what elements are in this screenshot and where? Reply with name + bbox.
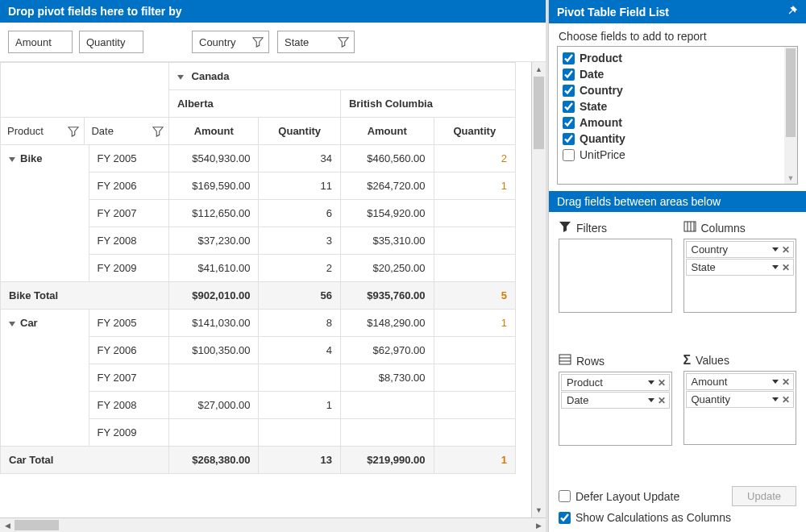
value-cell[interactable]: 2 bbox=[434, 145, 515, 172]
value-cell[interactable]: 11 bbox=[259, 172, 340, 200]
area-item-country[interactable]: Country✕ bbox=[686, 241, 795, 258]
date-cell[interactable]: FY 2006 bbox=[89, 172, 168, 200]
chevron-down-icon[interactable] bbox=[648, 380, 654, 384]
value-cell[interactable]: 6 bbox=[259, 200, 340, 227]
remove-icon[interactable]: ✕ bbox=[782, 244, 790, 256]
value-cell[interactable]: $540,930.00 bbox=[168, 145, 259, 172]
value-cell[interactable] bbox=[434, 255, 515, 282]
filter-drop-header[interactable]: Drop pivot fields here to filter by bbox=[0, 0, 546, 23]
value-cell[interactable]: $112,650.00 bbox=[168, 200, 259, 227]
value-cell[interactable] bbox=[259, 364, 340, 392]
value-cell[interactable]: 4 bbox=[259, 337, 340, 364]
value-cell[interactable] bbox=[340, 419, 434, 447]
scroll-down-arrow[interactable]: ▼ bbox=[784, 172, 797, 184]
area-item-quantity[interactable]: Quantity✕ bbox=[686, 391, 795, 408]
value-cell[interactable]: $264,720.00 bbox=[340, 172, 434, 200]
area-item-date[interactable]: Date✕ bbox=[561, 392, 670, 409]
value-cell[interactable]: $154,920.00 bbox=[340, 200, 434, 227]
value-field-amount[interactable]: Amount bbox=[8, 31, 73, 53]
row-field-date[interactable]: Date bbox=[85, 117, 168, 144]
filter-icon[interactable] bbox=[68, 126, 79, 137]
value-cell[interactable]: 5 bbox=[434, 282, 515, 310]
date-cell[interactable]: FY 2005 bbox=[89, 145, 168, 172]
state-header-british-columbia[interactable]: British Columbia bbox=[340, 90, 515, 118]
row-field-product[interactable]: Product bbox=[1, 117, 85, 144]
update-button[interactable]: Update bbox=[732, 486, 796, 506]
value-cell[interactable]: $148,290.00 bbox=[340, 310, 434, 337]
date-cell[interactable]: FY 2008 bbox=[89, 392, 168, 419]
value-cell[interactable]: $27,000.00 bbox=[168, 392, 259, 419]
value-cell[interactable] bbox=[434, 392, 515, 419]
date-cell[interactable]: FY 2009 bbox=[89, 255, 168, 282]
filters-dropzone[interactable] bbox=[559, 239, 672, 313]
date-cell[interactable]: FY 2007 bbox=[89, 200, 168, 227]
value-cell[interactable]: $62,970.00 bbox=[340, 337, 434, 364]
value-cell[interactable] bbox=[434, 227, 515, 255]
field-checkbox-product[interactable]: Product bbox=[561, 50, 794, 66]
chevron-down-icon[interactable] bbox=[772, 380, 779, 384]
chevron-down-icon[interactable] bbox=[177, 75, 184, 80]
state-header-alberta[interactable]: Alberta bbox=[168, 90, 340, 118]
value-cell[interactable]: $169,590.00 bbox=[168, 172, 259, 200]
horizontal-scrollbar[interactable]: ◀ ▶ bbox=[0, 517, 546, 532]
value-cell[interactable]: 2 bbox=[259, 255, 340, 282]
value-cell[interactable] bbox=[434, 419, 515, 447]
filter-icon[interactable] bbox=[252, 36, 264, 48]
filter-icon[interactable] bbox=[152, 126, 164, 137]
date-cell[interactable]: FY 2007 bbox=[89, 364, 168, 392]
value-cell[interactable]: 1 bbox=[434, 447, 515, 474]
value-cell[interactable]: $35,310.00 bbox=[340, 227, 434, 255]
field-checkbox-unitprice[interactable]: UnitPrice bbox=[561, 147, 794, 163]
remove-icon[interactable]: ✕ bbox=[658, 377, 666, 389]
value-cell[interactable]: $141,030.00 bbox=[168, 310, 259, 337]
value-cell[interactable]: 1 bbox=[434, 172, 515, 200]
field-checkbox-quantity[interactable]: Quantity bbox=[561, 131, 794, 147]
value-cell[interactable]: $935,760.00 bbox=[340, 282, 434, 310]
scroll-left-arrow[interactable]: ◀ bbox=[0, 518, 15, 532]
date-cell[interactable]: FY 2009 bbox=[89, 419, 168, 447]
column-field-state[interactable]: State bbox=[277, 31, 355, 53]
value-cell[interactable]: $219,990.00 bbox=[340, 447, 434, 474]
value-cell[interactable]: $20,250.00 bbox=[340, 255, 434, 282]
chevron-down-icon[interactable] bbox=[9, 322, 15, 326]
chevron-down-icon[interactable] bbox=[772, 265, 779, 269]
country-header[interactable]: Canada bbox=[168, 63, 515, 90]
value-cell[interactable] bbox=[434, 364, 515, 392]
scroll-right-arrow[interactable]: ▶ bbox=[531, 518, 546, 532]
defer-layout-checkbox[interactable]: Defer Layout Update bbox=[559, 490, 679, 503]
field-checkbox-amount[interactable]: Amount bbox=[561, 114, 794, 131]
rows-dropzone[interactable]: Product✕Date✕ bbox=[559, 372, 672, 446]
value-cell[interactable]: $41,610.00 bbox=[168, 255, 259, 282]
scroll-down-arrow[interactable]: ▼ bbox=[532, 503, 546, 517]
value-cell[interactable]: 56 bbox=[259, 282, 340, 310]
value-cell[interactable] bbox=[434, 337, 515, 364]
fieldlist-scrollbar[interactable]: ▼ bbox=[784, 47, 797, 184]
values-dropzone[interactable]: Amount✕Quantity✕ bbox=[683, 371, 797, 445]
chevron-down-icon[interactable] bbox=[9, 157, 15, 162]
vertical-scrollbar[interactable]: ▲ ▼ bbox=[531, 62, 546, 517]
value-cell[interactable]: 1 bbox=[434, 310, 515, 337]
value-cell[interactable] bbox=[434, 200, 515, 227]
pin-icon[interactable] bbox=[787, 5, 798, 19]
area-item-amount[interactable]: Amount✕ bbox=[686, 373, 795, 390]
field-checkbox-state[interactable]: State bbox=[561, 98, 794, 114]
value-cell[interactable]: $902,010.00 bbox=[168, 282, 259, 310]
value-cell[interactable]: $8,730.00 bbox=[340, 364, 434, 392]
product-cell[interactable]: Bike bbox=[1, 145, 89, 282]
date-cell[interactable]: FY 2008 bbox=[89, 227, 168, 255]
value-cell[interactable] bbox=[168, 419, 259, 447]
field-checkbox-country[interactable]: Country bbox=[561, 82, 794, 98]
value-cell[interactable]: 3 bbox=[259, 227, 340, 255]
value-cell[interactable] bbox=[168, 364, 259, 392]
columns-dropzone[interactable]: Country✕State✕ bbox=[683, 239, 797, 313]
scroll-thumb[interactable] bbox=[786, 48, 796, 137]
value-cell[interactable]: $268,380.00 bbox=[168, 447, 259, 474]
field-checkbox-date[interactable]: Date bbox=[561, 66, 794, 82]
scroll-thumb[interactable] bbox=[534, 77, 544, 149]
chevron-down-icon[interactable] bbox=[772, 397, 779, 401]
remove-icon[interactable]: ✕ bbox=[782, 376, 790, 388]
value-cell[interactable]: $100,350.00 bbox=[168, 337, 259, 364]
date-cell[interactable]: FY 2006 bbox=[89, 337, 168, 364]
area-item-product[interactable]: Product✕ bbox=[561, 374, 670, 391]
product-cell[interactable]: Car bbox=[1, 310, 89, 447]
